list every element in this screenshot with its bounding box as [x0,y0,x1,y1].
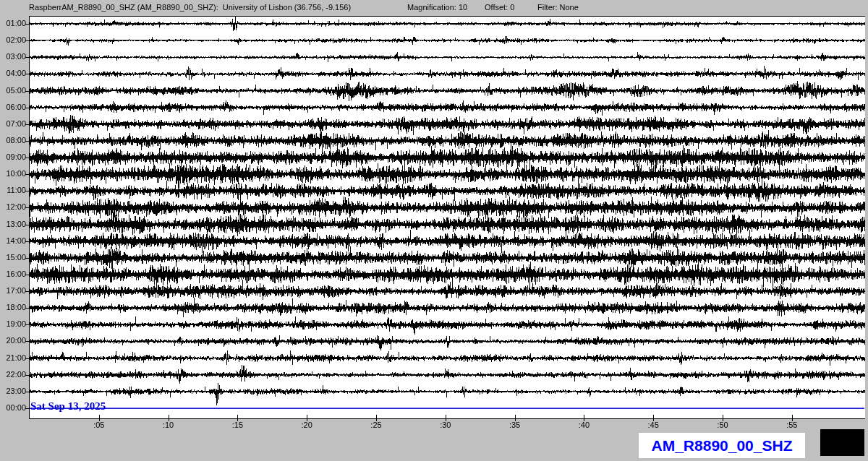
hour-label: 00:00 [0,403,26,413]
station-label-box: AM_R8890_00_SHZ [639,433,805,458]
minute-label: :30 [440,421,451,429]
hour-label: 17:00 [0,286,26,296]
date-label: Sat Sep 13, 2025 [30,400,106,413]
hour-label: 21:00 [0,353,26,363]
hour-label: 08:00 [0,136,26,145]
offset-label: Offset: 0 [485,3,514,12]
hour-label: 22:00 [0,370,26,379]
hour-label: 18:00 [0,303,26,312]
minute-label: :45 [648,421,659,429]
hour-label: 01:00 [0,19,26,28]
helicorder-window: RaspberrAM_R8890_00_SHZ (AM_R8890_00_SHZ… [0,0,868,461]
hour-label: 09:00 [0,152,26,162]
helicorder-plot-canvas[interactable] [0,0,868,461]
hour-label: 05:00 [0,86,26,95]
hour-label: 11:00 [0,186,26,195]
minute-label: :05 [93,421,104,429]
hour-label: 16:00 [0,270,26,279]
minute-label: :35 [509,421,520,429]
minute-label: :10 [163,421,174,429]
minute-label: :15 [232,421,243,429]
hour-label: 04:00 [0,69,26,78]
hour-label: 03:00 [0,52,26,61]
station-title: RaspberrAM_R8890_00_SHZ (AM_R8890_00_SHZ… [29,3,351,12]
hour-label: 19:00 [0,319,26,329]
minute-label: :50 [717,421,728,429]
hour-label: 15:00 [0,253,26,262]
filter-label: Filter: None [537,3,579,12]
hour-label: 20:00 [0,336,26,345]
hour-label: 23:00 [0,387,26,396]
minute-label: :20 [302,421,312,429]
minute-label: :55 [786,421,797,429]
hour-label: 07:00 [0,119,26,129]
minute-label: :25 [370,421,381,429]
station-label: AM_R8890_00_SHZ [652,437,793,454]
hour-label: 02:00 [0,35,26,45]
hour-label: 14:00 [0,236,26,246]
black-indicator-box [820,429,864,456]
minute-label: :40 [579,421,590,429]
hour-label: 12:00 [0,202,26,212]
magnification-label: Magnification: 10 [407,3,467,12]
hour-label: 06:00 [0,103,26,112]
hour-label: 13:00 [0,220,26,229]
hour-label: 10:00 [0,169,26,178]
